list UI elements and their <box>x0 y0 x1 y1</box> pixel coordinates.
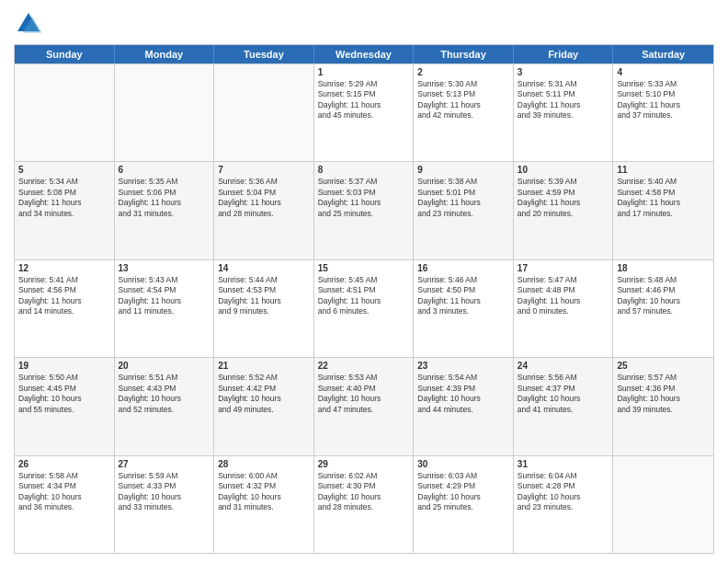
day-cell-11: 11Sunrise: 5:40 AM Sunset: 4:58 PM Dayli… <box>613 162 713 259</box>
logo <box>14 9 47 39</box>
day-number: 28 <box>218 459 310 469</box>
day-number: 22 <box>318 361 410 371</box>
day-number: 2 <box>417 67 509 77</box>
header-day-friday: Friday <box>514 45 614 63</box>
day-number: 20 <box>119 361 210 371</box>
day-info: Sunrise: 6:00 AM Sunset: 4:32 PM Dayligh… <box>218 471 310 513</box>
day-info: Sunrise: 5:41 AM Sunset: 4:56 PM Dayligh… <box>18 275 110 317</box>
day-info: Sunrise: 5:29 AM Sunset: 5:15 PM Dayligh… <box>318 79 410 121</box>
day-number: 19 <box>18 361 110 371</box>
day-number: 6 <box>119 165 210 175</box>
day-cell-15: 15Sunrise: 5:45 AM Sunset: 4:51 PM Dayli… <box>314 260 415 357</box>
day-number: 12 <box>18 263 110 273</box>
day-cell-13: 13Sunrise: 5:43 AM Sunset: 4:54 PM Dayli… <box>115 260 215 357</box>
day-info: Sunrise: 5:35 AM Sunset: 5:06 PM Dayligh… <box>119 177 210 219</box>
day-info: Sunrise: 5:46 AM Sunset: 4:50 PM Dayligh… <box>417 275 509 317</box>
day-cell-25: 25Sunrise: 5:57 AM Sunset: 4:36 PM Dayli… <box>613 358 713 454</box>
calendar-row-1: 5Sunrise: 5:34 AM Sunset: 5:08 PM Daylig… <box>15 161 713 259</box>
day-number: 5 <box>18 165 110 175</box>
day-cell-20: 20Sunrise: 5:51 AM Sunset: 4:43 PM Dayli… <box>115 358 215 454</box>
day-info: Sunrise: 5:48 AM Sunset: 4:46 PM Dayligh… <box>617 275 710 317</box>
day-cell-31: 31Sunrise: 6:04 AM Sunset: 4:28 PM Dayli… <box>514 456 614 553</box>
day-number: 18 <box>617 263 710 273</box>
day-info: Sunrise: 5:37 AM Sunset: 5:03 PM Dayligh… <box>318 177 410 219</box>
day-info: Sunrise: 6:02 AM Sunset: 4:30 PM Dayligh… <box>318 471 410 513</box>
day-cell-10: 10Sunrise: 5:39 AM Sunset: 4:59 PM Dayli… <box>514 162 614 259</box>
day-cell-29: 29Sunrise: 6:02 AM Sunset: 4:30 PM Dayli… <box>314 456 415 553</box>
day-info: Sunrise: 5:53 AM Sunset: 4:40 PM Dayligh… <box>318 373 410 415</box>
calendar-body: 1Sunrise: 5:29 AM Sunset: 5:15 PM Daylig… <box>15 63 713 553</box>
day-cell-26: 26Sunrise: 5:58 AM Sunset: 4:34 PM Dayli… <box>15 456 115 553</box>
calendar-row-4: 26Sunrise: 5:58 AM Sunset: 4:34 PM Dayli… <box>15 455 713 553</box>
day-number: 27 <box>119 459 210 469</box>
day-cell-1: 1Sunrise: 5:29 AM Sunset: 5:15 PM Daylig… <box>314 64 415 161</box>
day-number: 15 <box>318 263 410 273</box>
header-day-monday: Monday <box>115 45 215 63</box>
day-number: 16 <box>417 263 509 273</box>
day-cell-3: 3Sunrise: 5:31 AM Sunset: 5:11 PM Daylig… <box>514 64 614 161</box>
day-info: Sunrise: 5:40 AM Sunset: 4:58 PM Dayligh… <box>617 177 710 219</box>
day-number: 23 <box>417 361 509 371</box>
day-number: 8 <box>318 165 410 175</box>
day-number: 17 <box>518 263 609 273</box>
day-info: Sunrise: 5:36 AM Sunset: 5:04 PM Dayligh… <box>218 177 310 219</box>
day-info: Sunrise: 5:54 AM Sunset: 4:39 PM Dayligh… <box>417 373 509 415</box>
day-number: 3 <box>518 67 609 77</box>
day-number: 14 <box>218 263 310 273</box>
day-info: Sunrise: 5:43 AM Sunset: 4:54 PM Dayligh… <box>119 275 210 317</box>
day-number: 10 <box>518 165 609 175</box>
day-info: Sunrise: 5:31 AM Sunset: 5:11 PM Dayligh… <box>518 79 609 121</box>
header-day-sunday: Sunday <box>15 45 115 63</box>
page: SundayMondayTuesdayWednesdayThursdayFrid… <box>0 0 728 563</box>
day-info: Sunrise: 5:47 AM Sunset: 4:48 PM Dayligh… <box>518 275 609 317</box>
day-number: 9 <box>417 165 509 175</box>
calendar-row-0: 1Sunrise: 5:29 AM Sunset: 5:15 PM Daylig… <box>15 63 713 161</box>
day-cell-16: 16Sunrise: 5:46 AM Sunset: 4:50 PM Dayli… <box>414 260 514 357</box>
day-cell-30: 30Sunrise: 6:03 AM Sunset: 4:29 PM Dayli… <box>414 456 514 553</box>
day-number: 11 <box>617 165 710 175</box>
calendar: SundayMondayTuesdayWednesdayThursdayFrid… <box>14 44 714 554</box>
day-number: 13 <box>119 263 210 273</box>
day-info: Sunrise: 6:04 AM Sunset: 4:28 PM Dayligh… <box>518 471 609 513</box>
day-cell-7: 7Sunrise: 5:36 AM Sunset: 5:04 PM Daylig… <box>214 162 314 259</box>
day-info: Sunrise: 5:39 AM Sunset: 4:59 PM Dayligh… <box>518 177 609 219</box>
logo-icon <box>14 9 43 39</box>
day-cell-14: 14Sunrise: 5:44 AM Sunset: 4:53 PM Dayli… <box>214 260 314 357</box>
empty-cell <box>15 64 115 161</box>
day-cell-6: 6Sunrise: 5:35 AM Sunset: 5:06 PM Daylig… <box>115 162 215 259</box>
day-info: Sunrise: 5:52 AM Sunset: 4:42 PM Dayligh… <box>218 373 310 415</box>
day-cell-21: 21Sunrise: 5:52 AM Sunset: 4:42 PM Dayli… <box>214 358 314 454</box>
day-info: Sunrise: 5:51 AM Sunset: 4:43 PM Dayligh… <box>119 373 210 415</box>
empty-cell <box>214 64 314 161</box>
day-number: 29 <box>318 459 410 469</box>
day-info: Sunrise: 5:58 AM Sunset: 4:34 PM Dayligh… <box>18 471 110 513</box>
day-cell-24: 24Sunrise: 5:56 AM Sunset: 4:37 PM Dayli… <box>514 358 614 454</box>
day-number: 26 <box>18 459 110 469</box>
calendar-row-3: 19Sunrise: 5:50 AM Sunset: 4:45 PM Dayli… <box>15 357 713 454</box>
day-cell-2: 2Sunrise: 5:30 AM Sunset: 5:13 PM Daylig… <box>414 64 514 161</box>
header <box>14 9 714 39</box>
day-cell-27: 27Sunrise: 5:59 AM Sunset: 4:33 PM Dayli… <box>115 456 215 553</box>
day-number: 4 <box>617 67 710 77</box>
day-number: 24 <box>518 361 609 371</box>
day-cell-28: 28Sunrise: 6:00 AM Sunset: 4:32 PM Dayli… <box>214 456 314 553</box>
day-info: Sunrise: 5:50 AM Sunset: 4:45 PM Dayligh… <box>18 373 110 415</box>
day-info: Sunrise: 5:34 AM Sunset: 5:08 PM Dayligh… <box>18 177 110 219</box>
day-info: Sunrise: 5:59 AM Sunset: 4:33 PM Dayligh… <box>119 471 210 513</box>
day-number: 21 <box>218 361 310 371</box>
day-info: Sunrise: 5:45 AM Sunset: 4:51 PM Dayligh… <box>318 275 410 317</box>
day-info: Sunrise: 5:57 AM Sunset: 4:36 PM Dayligh… <box>617 373 710 415</box>
day-cell-5: 5Sunrise: 5:34 AM Sunset: 5:08 PM Daylig… <box>15 162 115 259</box>
calendar-row-2: 12Sunrise: 5:41 AM Sunset: 4:56 PM Dayli… <box>15 259 713 357</box>
day-info: Sunrise: 5:38 AM Sunset: 5:01 PM Dayligh… <box>417 177 509 219</box>
day-info: Sunrise: 5:44 AM Sunset: 4:53 PM Dayligh… <box>218 275 310 317</box>
day-cell-23: 23Sunrise: 5:54 AM Sunset: 4:39 PM Dayli… <box>414 358 514 454</box>
calendar-header: SundayMondayTuesdayWednesdayThursdayFrid… <box>15 45 713 63</box>
day-info: Sunrise: 5:30 AM Sunset: 5:13 PM Dayligh… <box>417 79 509 121</box>
day-cell-4: 4Sunrise: 5:33 AM Sunset: 5:10 PM Daylig… <box>613 64 713 161</box>
day-cell-22: 22Sunrise: 5:53 AM Sunset: 4:40 PM Dayli… <box>314 358 415 454</box>
day-info: Sunrise: 5:56 AM Sunset: 4:37 PM Dayligh… <box>518 373 609 415</box>
empty-cell <box>613 456 713 553</box>
day-number: 7 <box>218 165 310 175</box>
day-number: 30 <box>417 459 509 469</box>
